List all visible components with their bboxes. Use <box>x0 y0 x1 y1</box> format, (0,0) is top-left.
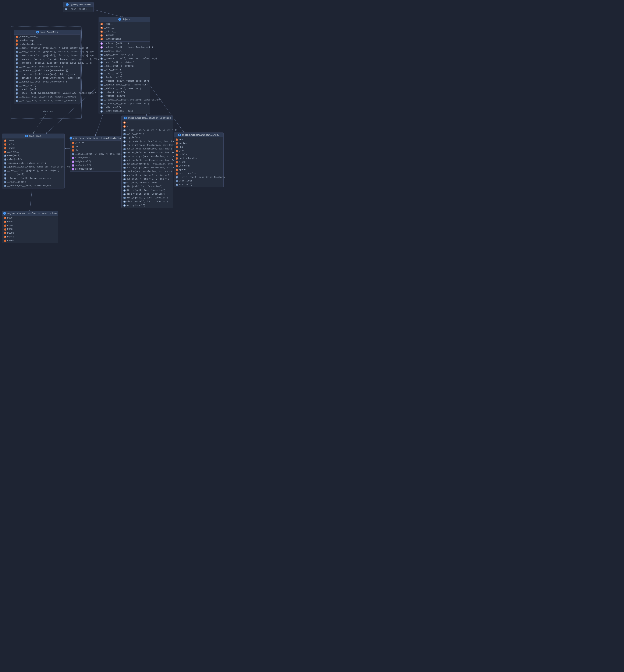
row-loc-15: msub(self, x: int = 0, y: int = 0) <box>122 177 173 181</box>
isinstance-label: isinstance <box>41 110 54 112</box>
icon-m-13: m <box>101 73 103 75</box>
row-r-0: fP576 <box>2 216 58 220</box>
title-resolutions: engine.window.resolution.Resolutions <box>7 212 57 215</box>
node-resolutions: C engine.window.resolution.Resolutions f… <box>2 211 58 243</box>
icon-r-f6: f <box>4 239 6 242</box>
icon-res-m3: m <box>72 153 74 155</box>
node-header-resolution: C engine.window.resolution.Resolution <box>70 136 122 140</box>
node-header-resolutions: C engine.window.resolution.Resolutions <box>2 211 58 216</box>
icon-e-m10: m <box>4 177 6 180</box>
node-header-enummeta: C enum.EnumMeta <box>14 30 80 34</box>
icon-win-f0: f <box>176 138 178 141</box>
row-obj-1: f__dict__ <box>99 26 150 30</box>
row-em-8: m__iter__(self: type[EnumMemberT]) <box>14 65 80 69</box>
icon-loc-m14: m <box>123 174 126 177</box>
row-em-15: m__call__(cls: type[EnumMemberT], value:… <box>14 92 80 95</box>
icon-loc-m4: m <box>123 136 126 139</box>
icon-r-f3: f <box>4 228 6 231</box>
row-loc-18: mdist_x(self, loc: 'Location') <box>122 189 173 192</box>
row-obj-2: f__slots__ <box>99 30 150 34</box>
icon-f-2: f <box>101 30 103 33</box>
title-window: engine.window.window.Window <box>182 134 219 136</box>
icon-res-f0: f <box>72 141 74 144</box>
row-loc-5: mtop_center(res: Resolution, box: Rect) <box>122 140 173 144</box>
icon-e-f3: f <box>4 151 6 153</box>
row-em-1: f_member_map_ <box>14 39 80 43</box>
row-loc-6: mtop_right(res: Resolution, box: Rect) <box>122 144 173 147</box>
icon-e-m7: m <box>4 166 6 168</box>
row-win-8: fspace <box>174 168 224 172</box>
icon-em-f1: f <box>16 40 18 42</box>
node-enum-enummeta: C enum.EnumMeta f_member_names_ f_member… <box>14 30 81 103</box>
row-obj-11: m__ne__(self, o: object) <box>99 64 150 68</box>
icon-win-f8: f <box>176 169 178 171</box>
icon-res-f2: f <box>72 149 74 152</box>
icon-enum: C <box>25 135 28 137</box>
row-r-6: fP2160 <box>2 239 58 243</box>
row-loc-13: mrandom(res: Resolution, box: Rect) <box>122 170 173 174</box>
row-e-4: mname(self) <box>2 154 64 158</box>
row-res-2: f_h <box>70 149 122 152</box>
icon-win-f7: f <box>176 165 178 167</box>
row-loc-22: mas_tuple(self) <box>122 204 173 208</box>
row-res-3: m__init__(self, w: int, h: int, scalar: … <box>70 152 122 156</box>
node-header-location: C engine.window.location.Location <box>122 116 173 121</box>
icon-m-hash: m <box>65 8 67 10</box>
icon-r-f5: f <box>4 236 6 238</box>
row-e-8: m__new__(cls: type[Self], value: object) <box>2 169 64 173</box>
icon-m-19: m <box>101 95 103 98</box>
icon-e-f2: f <box>4 147 6 150</box>
row-em-9: m__reversed__(self: type[EnumMemberT]) <box>14 69 80 73</box>
icon-em-f2: f <box>16 43 18 46</box>
icon-win-f6: f <box>176 161 178 163</box>
row-em-10: m__contains__(self: type[Any], obj: obje… <box>14 73 80 77</box>
icon-e-m9: m <box>4 174 6 176</box>
row-e-10: m__format__(self, format_spec: str) <box>2 177 64 180</box>
node-header-window: C engine.window.window.Window <box>174 133 224 137</box>
icon-res-p5: p <box>72 160 74 163</box>
icon-em-m13: m <box>16 84 18 87</box>
icon-f-0: f <box>101 23 103 25</box>
row-res-7: pas_tuple(self) <box>70 167 122 171</box>
icon-m-11: m <box>101 65 103 68</box>
row-em-3: m__new__( metacls: type[Self], # type: i… <box>14 46 80 50</box>
icon-win-f5: f <box>176 157 178 160</box>
row-e-11: m__hash__(self) <box>2 180 64 184</box>
icon-em-m10: m <box>16 73 18 76</box>
icon-e-m4: m <box>4 155 6 157</box>
row-e-7: m_generate_next_value_(name: str, start:… <box>2 165 64 169</box>
icon-loc-m10: m <box>123 159 126 161</box>
row-loc-17: mdist(self, loc: 'Location') <box>122 185 173 189</box>
row-r-4: fP1080 <box>2 231 58 235</box>
row-obj-19: m__reduce__(self) <box>99 94 150 98</box>
row-obj-21: m__reduce_ex__(self, protocol: int) <box>99 102 150 106</box>
icon-em-m17: m <box>16 100 18 102</box>
icon-r-f0: f <box>4 217 6 219</box>
icon-loc-m19: m <box>123 193 126 196</box>
row-loc-9: mcenter_right(res: Resolution, box: Rect… <box>122 155 173 159</box>
title-resolution: engine.window.resolution.Resolution <box>73 137 122 139</box>
icon-e-m8: m <box>4 170 6 172</box>
icon-r-f2: f <box>4 225 6 227</box>
icon-loc-f0: f <box>123 122 126 124</box>
body-resolution: f_scalar f_w f_h m__init__(self, w: int,… <box>70 140 122 172</box>
icon-loc-m3: m <box>123 133 126 135</box>
row-obj-6: p__class__(self, __type: Type[object]) <box>99 46 150 49</box>
node-location: C engine.window.location.Location fx fy … <box>122 115 173 208</box>
icon-res-p4: p <box>72 157 74 159</box>
row-loc-16: mmul(self, scalar: float) <box>122 181 173 185</box>
icon-e-m5: m <box>4 158 6 161</box>
row-e-1: f_value_ <box>2 143 64 147</box>
row-win-5: fentity_handler <box>174 157 224 160</box>
row-e-6: m_missing_(cls, value: object) <box>2 161 64 165</box>
icon-loc-m9: m <box>123 155 126 158</box>
row-loc-10: mbottom_left(res: Resolution, box: Rect) <box>122 159 173 162</box>
icon-em-m12: m <box>16 81 18 83</box>
icon-em-m15: m <box>16 92 18 95</box>
row-em-17: m__call__( cls, value: str, names: _Enum… <box>14 99 80 103</box>
row-em-13: m__len__(self) <box>14 84 80 88</box>
icon-win-m12: m <box>176 184 178 186</box>
row-win-10: m__init__(self, res: Union[Resolutions, … <box>174 176 224 179</box>
icon-em-m7: m <box>16 62 18 64</box>
icon-res-p6: p <box>72 164 74 166</box>
